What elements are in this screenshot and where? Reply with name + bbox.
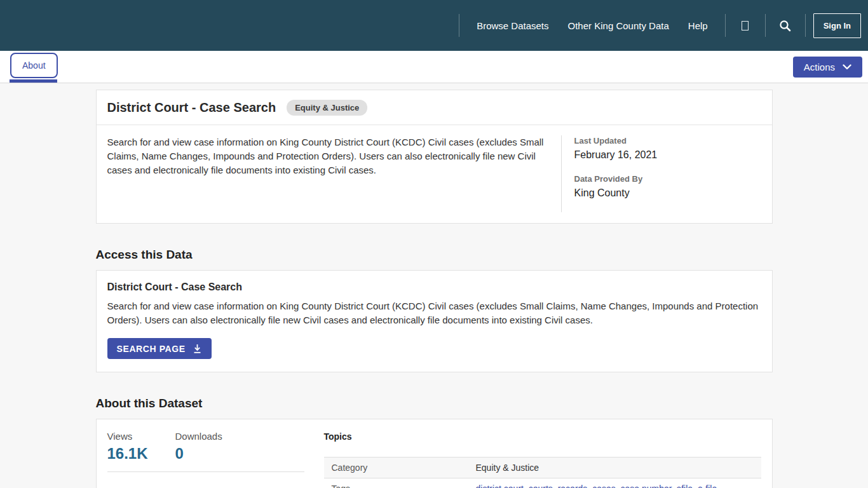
category-row-value: Equity & Justice <box>468 458 761 478</box>
tag-link[interactable]: records <box>558 484 588 488</box>
nav-divider <box>765 14 766 37</box>
nav-browse-datasets[interactable]: Browse Datasets <box>467 15 558 36</box>
stats-row: Views 16.1K Downloads 0 <box>107 431 324 463</box>
search-button[interactable] <box>775 15 796 36</box>
dataset-stats: Views 16.1K Downloads 0 Data Provided by… <box>107 431 324 488</box>
dataset-metadata: Last Updated February 16, 2021 Data Prov… <box>562 135 772 212</box>
chevron-down-icon <box>843 64 851 70</box>
about-card: Views 16.1K Downloads 0 Data Provided by… <box>96 419 773 488</box>
dataset-description: Search for and view case information on … <box>97 135 562 212</box>
views-stat: Views 16.1K <box>107 431 175 463</box>
tag-link[interactable]: case number <box>620 484 671 488</box>
tag-link[interactable]: e-file <box>698 484 717 488</box>
views-value: 16.1K <box>107 445 163 463</box>
page-title: District Court - Case Search <box>107 100 276 115</box>
active-tab-indicator <box>10 79 57 83</box>
data-provided-by-label: Data Provided By <box>574 174 772 184</box>
tag-link[interactable]: courts <box>529 484 553 488</box>
stats-divider <box>107 471 304 472</box>
tags-row-value: district court, courts, records, cases, … <box>468 478 761 488</box>
data-provided-by-value: King County <box>574 187 772 199</box>
nav-divider <box>725 14 726 37</box>
actions-button-label: Actions <box>804 62 835 72</box>
downloads-label: Downloads <box>175 431 231 442</box>
site-nav: Browse Datasets Other King County Data H… <box>451 13 861 38</box>
tag-link[interactable]: efile <box>676 484 693 488</box>
topics-heading: Topics <box>324 431 761 442</box>
tag-link[interactable]: cases <box>592 484 616 488</box>
last-updated-value: February 16, 2021 <box>574 149 772 161</box>
tag-link[interactable]: district court <box>476 484 524 488</box>
nav-help[interactable]: Help <box>679 15 717 36</box>
category-row-label: Category <box>324 458 468 478</box>
tags-row-label: Tags <box>324 478 468 488</box>
site-menu-button[interactable] <box>735 15 756 36</box>
search-page-button-label: SEARCH PAGE <box>117 344 186 354</box>
dataset-summary-header: District Court - Case Search Equity & Ju… <box>97 90 772 125</box>
dataset-page: { "colors": { "header_bg": "#25495a", "a… <box>0 0 868 488</box>
access-card-title: District Court - Case Search <box>107 281 761 293</box>
dataset-summary-body: Search for and view case information on … <box>97 125 772 223</box>
access-card: District Court - Case Search Search for … <box>96 270 773 372</box>
category-badge[interactable]: Equity & Justice <box>287 100 367 116</box>
topics-section: Topics Category Equity & Justice Tags di… <box>324 431 761 488</box>
nav-other-king-county-data[interactable]: Other King County Data <box>559 15 679 36</box>
site-header: Browse Datasets Other King County Data H… <box>0 0 868 51</box>
downloads-stat: Downloads 0 <box>175 431 243 463</box>
access-card-description: Search for and view case information on … <box>107 299 761 327</box>
search-icon <box>779 20 791 32</box>
search-page-button[interactable]: SEARCH PAGE <box>107 338 212 359</box>
main-content: District Court - Case Search Equity & Ju… <box>96 90 773 488</box>
nav-divider <box>805 14 806 37</box>
about-section-heading: About this Dataset <box>96 396 773 410</box>
downloads-value: 0 <box>175 445 231 463</box>
table-row-tags: Tags district court, courts, records, ca… <box>324 478 761 488</box>
tab-about[interactable]: About <box>10 53 58 78</box>
access-section-heading: Access this Data <box>96 248 773 262</box>
actions-button[interactable]: Actions <box>793 57 862 78</box>
download-icon <box>193 344 202 354</box>
placeholder-glyph-icon <box>742 21 749 30</box>
dataset-summary-card: District Court - Case Search Equity & Ju… <box>96 90 773 224</box>
dataset-toolbar: About Actions <box>0 51 868 83</box>
topics-table: Category Equity & Justice Tags district … <box>324 457 761 488</box>
last-updated-label: Last Updated <box>574 136 772 146</box>
views-label: Views <box>107 431 163 442</box>
sign-in-button[interactable]: Sign In <box>813 13 861 38</box>
table-row-category: Category Equity & Justice <box>324 458 761 478</box>
nav-divider <box>459 14 459 37</box>
